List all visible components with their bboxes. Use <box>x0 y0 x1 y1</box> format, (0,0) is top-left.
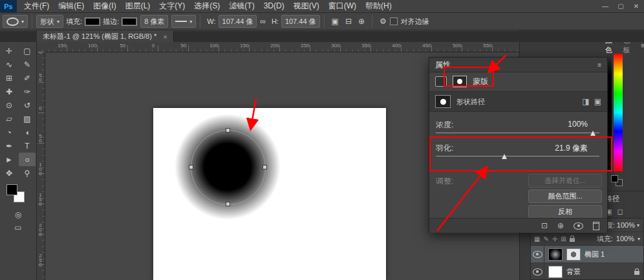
panel-menu-icon[interactable]: ≡ <box>597 61 601 69</box>
lock-position-icon[interactable]: ✛ <box>552 235 557 242</box>
feather-value[interactable]: 21.9 像素 <box>555 143 588 154</box>
tool-mode-select[interactable]: 形状 ▾ <box>36 15 63 28</box>
path-anchor-top[interactable] <box>226 128 230 133</box>
lock-pixels-icon[interactable]: ✎ <box>543 235 548 242</box>
document-tab[interactable]: 未标题-1 @ 121% (椭圆 1, RGB/8) * × <box>37 31 174 42</box>
height-input[interactable]: 107.44 像 <box>281 15 320 28</box>
vertical-ruler[interactable]: 1 0 0 5 0 0 5 0 1 0 0 1 5 0 2 0 0 2 5 0 <box>36 52 45 280</box>
tab-paths[interactable]: 路径 <box>605 194 644 204</box>
layer-name[interactable]: 椭圆 1 <box>585 250 605 259</box>
layer-visibility-cell[interactable] <box>531 246 544 263</box>
mask-properties-icon[interactable] <box>453 76 467 87</box>
add-vector-mask-icon[interactable]: ▣ <box>594 97 601 106</box>
close-tab-icon[interactable]: × <box>163 33 167 41</box>
screen-mode-icon[interactable]: ▭ <box>0 223 36 232</box>
mask-visibility-icon[interactable] <box>574 222 583 230</box>
healing-brush-tool[interactable]: ✚ <box>1 85 17 98</box>
density-slider-handle[interactable] <box>590 131 596 136</box>
path-arrangement-icon[interactable]: ⊕ <box>358 17 365 26</box>
menu-image[interactable]: 图像(I) <box>89 0 120 12</box>
density-value[interactable]: 100% <box>568 120 588 129</box>
menu-window[interactable]: 窗口(W) <box>324 0 361 12</box>
path-options-icon[interactable]: ◻ <box>617 208 623 216</box>
type-tool[interactable]: T <box>19 139 36 153</box>
vector-mask-thumbnail[interactable] <box>566 248 581 261</box>
close-button[interactable]: ✕ <box>628 0 644 12</box>
menu-select[interactable]: 选择(S) <box>189 0 224 12</box>
layer-name[interactable]: 背景 <box>566 267 581 277</box>
blur-tool[interactable]: ◔ <box>1 125 17 139</box>
layer-visibility-cell[interactable] <box>531 263 544 280</box>
menu-type[interactable]: 文字(Y) <box>155 0 189 12</box>
pixel-mask-icon[interactable] <box>435 76 447 87</box>
layer-thumbnail[interactable] <box>548 266 563 278</box>
menu-edit[interactable]: 编辑(E) <box>54 0 89 12</box>
mask-thumbnail[interactable] <box>435 95 451 108</box>
lock-artboard-icon[interactable]: ⊞ <box>561 235 566 242</box>
pen-tool[interactable]: ✒ <box>1 139 17 153</box>
path-selection-tool[interactable]: ► <box>1 153 17 166</box>
color-range-button[interactable]: 颜色范围... <box>528 189 602 203</box>
gradient-tool[interactable]: ▨ <box>19 112 36 125</box>
foreground-color-mini-swatch[interactable] <box>611 175 618 182</box>
select-and-mask-button[interactable]: 选择并遮住... <box>528 174 602 188</box>
menu-3d[interactable]: 3D(D) <box>259 0 289 12</box>
path-anchor-bottom[interactable] <box>226 202 230 206</box>
stroke-color-swatch[interactable] <box>122 17 137 26</box>
quick-mask-icon[interactable]: ◎ <box>0 210 36 219</box>
lasso-tool[interactable]: ∿ <box>1 58 17 71</box>
move-tool[interactable]: ✛ <box>1 44 17 58</box>
width-input[interactable]: 107.44 像 <box>219 15 257 28</box>
foreground-color-swatch[interactable] <box>6 184 17 195</box>
path-anchor-left[interactable] <box>189 165 193 169</box>
hue-ramp[interactable] <box>614 54 623 171</box>
ellipse-tool[interactable]: ○ <box>19 153 36 166</box>
menu-help[interactable]: 帮助(H) <box>361 0 396 12</box>
layer-row-background[interactable]: 背景 <box>531 263 643 280</box>
lock-transparency-icon[interactable]: ▦ <box>534 235 540 242</box>
add-pixel-mask-icon[interactable]: ◨ <box>582 97 589 106</box>
hand-tool[interactable]: ✥ <box>1 166 17 180</box>
feather-slider-handle[interactable] <box>502 154 507 159</box>
apply-mask-icon[interactable]: ⊕ <box>557 221 564 230</box>
dodge-tool[interactable]: ◖ <box>19 125 36 139</box>
eraser-tool[interactable]: ▱ <box>1 112 17 125</box>
stroke-width-input[interactable]: 8 像素 <box>140 15 168 28</box>
horizontal-ruler[interactable]: 150 100 50 0 50 100 150 200 250 300 350 … <box>36 42 519 52</box>
menu-file[interactable]: 文件(F) <box>19 0 54 12</box>
eyedropper-tool[interactable]: ✐ <box>19 71 36 85</box>
path-operations-icon[interactable]: ▣ <box>332 17 339 26</box>
layer-thumbnail[interactable] <box>548 248 563 261</box>
chevron-down-icon[interactable]: ▾ <box>638 236 640 242</box>
crop-tool[interactable]: ⊞ <box>1 71 17 85</box>
density-slider[interactable] <box>436 133 599 133</box>
ellipse-path-outline[interactable] <box>191 130 266 205</box>
menu-layer[interactable]: 图层(L) <box>121 0 155 12</box>
opacity-value[interactable]: 100% <box>617 221 635 229</box>
align-edges-checkbox[interactable] <box>390 17 398 25</box>
brush-tool[interactable]: ✑ <box>19 85 36 98</box>
panel-menu-icon[interactable]: ≡ <box>641 42 644 49</box>
history-brush-tool[interactable]: ↺ <box>19 98 36 112</box>
chevron-down-icon[interactable]: ▾ <box>637 222 639 228</box>
tool-preset-picker[interactable]: ▾ <box>3 15 28 28</box>
minimize-button[interactable]: — <box>597 0 613 12</box>
fill-value[interactable]: 100% <box>616 235 634 242</box>
lock-all-icon[interactable] <box>570 238 575 242</box>
marquee-tool[interactable]: ▢ <box>19 44 36 58</box>
invert-button[interactable]: 反相 <box>528 205 602 219</box>
path-alignment-icon[interactable]: ⊟ <box>345 17 352 26</box>
delete-mask-icon[interactable] <box>593 222 599 230</box>
feather-slider[interactable] <box>436 156 599 156</box>
gear-icon[interactable]: ⚙ <box>380 17 387 26</box>
fill-color-swatch[interactable] <box>85 17 100 26</box>
menu-filter[interactable]: 滤镜(T) <box>224 0 259 12</box>
clone-stamp-tool[interactable]: ⊙ <box>1 98 17 112</box>
quick-selection-tool[interactable]: ✎ <box>19 58 36 71</box>
stroke-style-select[interactable]: ▾ <box>171 15 196 28</box>
link-dimensions-icon[interactable]: ∞ <box>260 17 266 26</box>
layer-row-ellipse[interactable]: 椭圆 1 <box>531 246 643 263</box>
load-selection-icon[interactable]: ⊡ <box>541 221 548 230</box>
path-anchor-right[interactable] <box>263 165 267 169</box>
maximize-button[interactable]: ▢ <box>613 0 628 12</box>
